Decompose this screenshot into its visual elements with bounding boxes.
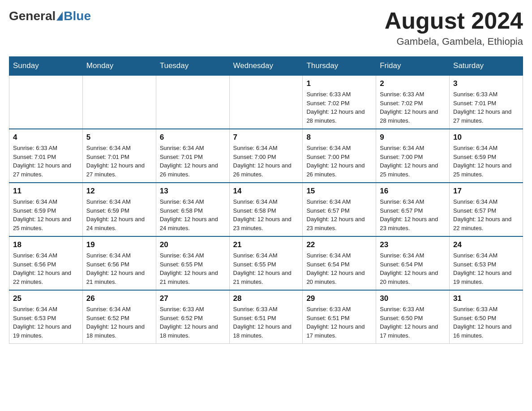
calendar-cell: 17Sunrise: 6:34 AMSunset: 6:57 PMDayligh…: [450, 183, 523, 236]
day-info: Sunrise: 6:33 AMSunset: 6:52 PMDaylight:…: [160, 305, 226, 340]
day-info: Sunrise: 6:33 AMSunset: 6:51 PMDaylight:…: [233, 305, 299, 340]
calendar-cell: 27Sunrise: 6:33 AMSunset: 6:52 PMDayligh…: [156, 290, 229, 344]
day-number: 15: [306, 187, 372, 196]
day-info: Sunrise: 6:34 AMSunset: 6:59 PMDaylight:…: [453, 144, 519, 179]
day-number: 16: [380, 187, 446, 196]
day-number: 30: [380, 294, 446, 303]
day-number: 31: [453, 294, 519, 303]
calendar-cell: 15Sunrise: 6:34 AMSunset: 6:57 PMDayligh…: [303, 183, 376, 236]
calendar-cell: 14Sunrise: 6:34 AMSunset: 6:58 PMDayligh…: [229, 183, 303, 236]
day-number: 22: [306, 240, 372, 249]
day-number: 17: [453, 187, 519, 196]
day-info: Sunrise: 6:34 AMSunset: 6:55 PMDaylight:…: [233, 251, 299, 286]
title-section: August 2024 Gambela, Gambela, Ethiopia: [385, 9, 523, 47]
calendar-cell: 7Sunrise: 6:34 AMSunset: 7:00 PMDaylight…: [229, 129, 303, 183]
calendar-cell: 9Sunrise: 6:34 AMSunset: 7:00 PMDaylight…: [376, 129, 450, 183]
day-number: 29: [306, 294, 372, 303]
day-info: Sunrise: 6:34 AMSunset: 6:53 PMDaylight:…: [13, 305, 79, 340]
day-number: 6: [160, 133, 226, 142]
calendar-cell: 11Sunrise: 6:34 AMSunset: 6:59 PMDayligh…: [9, 183, 83, 236]
logo-general-text: General: [9, 9, 56, 23]
day-number: 3: [453, 79, 519, 88]
day-number: 25: [13, 294, 79, 303]
day-number: 12: [86, 187, 152, 196]
day-number: 19: [86, 240, 152, 249]
day-of-week-header: Sunday: [9, 57, 83, 76]
day-number: 13: [160, 187, 226, 196]
logo: General Blue: [9, 9, 91, 23]
day-info: Sunrise: 6:34 AMSunset: 6:53 PMDaylight:…: [453, 251, 519, 286]
day-number: 2: [380, 79, 446, 88]
day-info: Sunrise: 6:34 AMSunset: 7:00 PMDaylight:…: [380, 144, 446, 179]
day-info: Sunrise: 6:34 AMSunset: 7:01 PMDaylight:…: [160, 144, 226, 179]
day-info: Sunrise: 6:34 AMSunset: 6:55 PMDaylight:…: [160, 251, 226, 286]
day-number: 5: [86, 133, 152, 142]
calendar-cell: [229, 75, 303, 129]
day-info: Sunrise: 6:34 AMSunset: 7:00 PMDaylight:…: [233, 144, 299, 179]
calendar-week-row: 4Sunrise: 6:33 AMSunset: 7:01 PMDaylight…: [9, 129, 523, 183]
calendar-cell: [82, 75, 156, 129]
day-of-week-header: Wednesday: [229, 57, 303, 76]
day-number: 14: [233, 187, 299, 196]
calendar-cell: 10Sunrise: 6:34 AMSunset: 6:59 PMDayligh…: [450, 129, 523, 183]
calendar-cell: 30Sunrise: 6:33 AMSunset: 6:50 PMDayligh…: [376, 290, 450, 344]
day-info: Sunrise: 6:34 AMSunset: 6:57 PMDaylight:…: [380, 197, 446, 232]
calendar-cell: 20Sunrise: 6:34 AMSunset: 6:55 PMDayligh…: [156, 236, 229, 290]
day-info: Sunrise: 6:34 AMSunset: 6:57 PMDaylight:…: [306, 197, 372, 232]
calendar-cell: 23Sunrise: 6:34 AMSunset: 6:54 PMDayligh…: [376, 236, 450, 290]
calendar-cell: 18Sunrise: 6:34 AMSunset: 6:56 PMDayligh…: [9, 236, 83, 290]
calendar-cell: 29Sunrise: 6:33 AMSunset: 6:51 PMDayligh…: [303, 290, 376, 344]
calendar-cell: 3Sunrise: 6:33 AMSunset: 7:01 PMDaylight…: [450, 75, 523, 129]
day-number: 18: [13, 240, 79, 249]
month-title: August 2024: [385, 9, 523, 32]
day-info: Sunrise: 6:33 AMSunset: 6:50 PMDaylight:…: [380, 305, 446, 340]
day-info: Sunrise: 6:34 AMSunset: 6:57 PMDaylight:…: [453, 197, 519, 232]
day-info: Sunrise: 6:34 AMSunset: 6:59 PMDaylight:…: [86, 197, 152, 232]
calendar-cell: 8Sunrise: 6:34 AMSunset: 7:00 PMDaylight…: [303, 129, 376, 183]
calendar-table: SundayMondayTuesdayWednesdayThursdayFrid…: [9, 56, 523, 344]
day-info: Sunrise: 6:34 AMSunset: 6:56 PMDaylight:…: [13, 251, 79, 286]
day-info: Sunrise: 6:34 AMSunset: 7:00 PMDaylight:…: [306, 144, 372, 179]
calendar-cell: 19Sunrise: 6:34 AMSunset: 6:56 PMDayligh…: [82, 236, 156, 290]
logo-triangle-icon: [56, 12, 63, 21]
calendar-cell: 25Sunrise: 6:34 AMSunset: 6:53 PMDayligh…: [9, 290, 83, 344]
calendar-cell: 21Sunrise: 6:34 AMSunset: 6:55 PMDayligh…: [229, 236, 303, 290]
day-info: Sunrise: 6:33 AMSunset: 7:02 PMDaylight:…: [306, 90, 372, 125]
day-info: Sunrise: 6:34 AMSunset: 6:59 PMDaylight:…: [13, 197, 79, 232]
day-info: Sunrise: 6:34 AMSunset: 6:58 PMDaylight:…: [160, 197, 226, 232]
calendar-cell: 6Sunrise: 6:34 AMSunset: 7:01 PMDaylight…: [156, 129, 229, 183]
calendar-cell: 2Sunrise: 6:33 AMSunset: 7:02 PMDaylight…: [376, 75, 450, 129]
day-of-week-header: Thursday: [303, 57, 376, 76]
day-number: 20: [160, 240, 226, 249]
calendar-cell: 22Sunrise: 6:34 AMSunset: 6:54 PMDayligh…: [303, 236, 376, 290]
calendar-cell: 28Sunrise: 6:33 AMSunset: 6:51 PMDayligh…: [229, 290, 303, 344]
day-number: 26: [86, 294, 152, 303]
calendar-week-row: 1Sunrise: 6:33 AMSunset: 7:02 PMDaylight…: [9, 75, 523, 129]
calendar-header-row: SundayMondayTuesdayWednesdayThursdayFrid…: [9, 57, 523, 76]
calendar-week-row: 25Sunrise: 6:34 AMSunset: 6:53 PMDayligh…: [9, 290, 523, 344]
day-info: Sunrise: 6:33 AMSunset: 6:51 PMDaylight:…: [306, 305, 372, 340]
day-number: 28: [233, 294, 299, 303]
calendar-cell: 13Sunrise: 6:34 AMSunset: 6:58 PMDayligh…: [156, 183, 229, 236]
calendar-cell: 1Sunrise: 6:33 AMSunset: 7:02 PMDaylight…: [303, 75, 376, 129]
day-info: Sunrise: 6:34 AMSunset: 6:54 PMDaylight:…: [380, 251, 446, 286]
calendar-cell: [156, 75, 229, 129]
day-number: 11: [13, 187, 79, 196]
day-info: Sunrise: 6:34 AMSunset: 6:58 PMDaylight:…: [233, 197, 299, 232]
day-info: Sunrise: 6:34 AMSunset: 6:54 PMDaylight:…: [306, 251, 372, 286]
day-info: Sunrise: 6:33 AMSunset: 7:01 PMDaylight:…: [13, 144, 79, 179]
day-of-week-header: Monday: [82, 57, 156, 76]
calendar-cell: 5Sunrise: 6:34 AMSunset: 7:01 PMDaylight…: [82, 129, 156, 183]
calendar-week-row: 11Sunrise: 6:34 AMSunset: 6:59 PMDayligh…: [9, 183, 523, 236]
calendar-cell: [9, 75, 83, 129]
day-info: Sunrise: 6:34 AMSunset: 7:01 PMDaylight:…: [86, 144, 152, 179]
location-subtitle: Gambela, Gambela, Ethiopia: [385, 36, 523, 47]
day-number: 9: [380, 133, 446, 142]
day-number: 7: [233, 133, 299, 142]
day-of-week-header: Tuesday: [156, 57, 229, 76]
calendar-cell: 26Sunrise: 6:34 AMSunset: 6:52 PMDayligh…: [82, 290, 156, 344]
day-info: Sunrise: 6:34 AMSunset: 6:52 PMDaylight:…: [86, 305, 152, 340]
day-info: Sunrise: 6:33 AMSunset: 6:50 PMDaylight:…: [453, 305, 519, 340]
day-number: 21: [233, 240, 299, 249]
calendar-cell: 16Sunrise: 6:34 AMSunset: 6:57 PMDayligh…: [376, 183, 450, 236]
